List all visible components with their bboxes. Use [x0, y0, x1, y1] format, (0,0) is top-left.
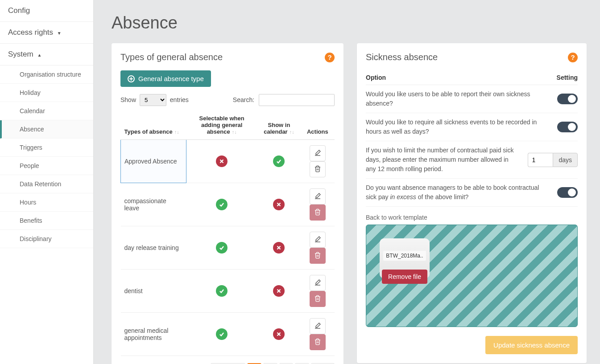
delete-button[interactable]	[310, 161, 326, 177]
sidebar-item-hours[interactable]: Hours	[0, 193, 93, 212]
edit-icon	[314, 322, 321, 331]
col-option-label: Option	[366, 74, 386, 81]
add-general-absence-button[interactable]: General absence type	[120, 70, 211, 87]
edit-icon	[314, 149, 321, 158]
trash-icon	[314, 338, 321, 347]
opt-excess-label: Do you want absence managers to be able …	[366, 183, 548, 202]
template-label: Back to work template	[366, 214, 578, 221]
panel-title-general: Types of general absence	[120, 52, 223, 62]
search-control: Search:	[233, 94, 335, 106]
help-icon[interactable]: ?	[568, 53, 578, 62]
page-size-select[interactable]: 5	[140, 94, 166, 106]
search-label: Search:	[233, 96, 254, 103]
caret-up-icon: ▲	[37, 53, 41, 57]
nav-access-rights[interactable]: Access rights ▼	[0, 22, 93, 44]
plus-circle-icon	[128, 75, 135, 82]
absence-type-name[interactable]: Approved Absence	[121, 140, 186, 183]
toggle-self-report[interactable]	[557, 94, 578, 104]
sidebar-item-benefits[interactable]: Benefits	[0, 212, 93, 230]
col-selectable[interactable]: Selectable when adding general absence↑↓	[186, 110, 257, 140]
sort-icon: ↑↓	[174, 130, 179, 134]
trash-icon	[314, 252, 321, 260]
file-name: BTW_2018Ma..	[383, 251, 426, 261]
add-button-label: General absence type	[138, 75, 204, 82]
check-icon	[216, 199, 228, 210]
upload-dropzone[interactable]: BTW_2018Ma.. Remove file	[366, 225, 578, 327]
edit-button[interactable]	[310, 188, 326, 204]
entries-label: entries	[170, 96, 189, 103]
entries-length-control: Show 5 entries	[120, 94, 189, 106]
absence-type-name[interactable]: general medical appointments	[121, 313, 186, 356]
col-actions: Actions	[301, 110, 335, 140]
absence-type-name[interactable]: dentist	[121, 270, 186, 313]
panel-title-sickness: Sickness absence	[366, 52, 438, 62]
trash-icon	[314, 295, 321, 303]
page-title: Absence	[112, 13, 587, 33]
caret-down-icon: ▼	[57, 31, 62, 36]
sick-days-limit-input[interactable]	[528, 153, 553, 167]
edit-icon	[314, 236, 321, 244]
delete-button	[310, 334, 326, 350]
nav-system[interactable]: System ▲	[0, 44, 93, 65]
days-addon: days	[553, 153, 578, 167]
nav-system-submenu: Organisation structureHolidayCalendarAbs…	[0, 65, 93, 248]
edit-icon	[314, 279, 321, 287]
nav-config-label: Config	[8, 6, 30, 15]
sidebar-item-people[interactable]: People	[0, 157, 93, 175]
cross-icon	[273, 285, 285, 297]
remove-file-button[interactable]: Remove file	[382, 270, 427, 284]
sidebar-item-disciplinary[interactable]: Disciplinary	[0, 230, 93, 248]
sidebar-item-absence[interactable]: Absence	[0, 120, 93, 139]
nav-access-rights-label: Access rights	[8, 28, 53, 37]
edit-button[interactable]	[310, 275, 326, 291]
nav-system-label: System	[8, 50, 33, 58]
cross-icon	[273, 199, 285, 210]
col-setting-label: Setting	[557, 74, 578, 81]
col-types[interactable]: Types of absence↑↓	[121, 110, 186, 140]
cross-icon	[273, 242, 285, 254]
delete-button	[310, 291, 326, 307]
check-icon	[273, 155, 285, 167]
edit-button[interactable]	[310, 318, 326, 334]
toggle-hours-days[interactable]	[557, 122, 578, 132]
opt-limit-label: If you wish to limit the number of contr…	[366, 146, 519, 174]
col-show[interactable]: Show in calendar↑↓	[257, 110, 300, 140]
toggle-excess[interactable]	[557, 187, 578, 198]
edit-icon	[314, 192, 321, 201]
check-icon	[216, 285, 228, 297]
sidebar: Config Access rights ▼ System ▲ Organisa…	[0, 0, 94, 364]
absence-type-name[interactable]: compassionate leave	[121, 183, 186, 226]
sidebar-item-organisation-structure[interactable]: Organisation structure	[0, 65, 93, 84]
panel-sickness-absence: Sickness absence ? Option Setting Would …	[357, 43, 587, 363]
opt-self-report-label: Would you like users to be able to repor…	[366, 90, 548, 108]
sidebar-item-triggers[interactable]: Triggers	[0, 139, 93, 157]
update-sickness-button[interactable]: Update sickness absence	[485, 336, 578, 354]
sidebar-item-calendar[interactable]: Calendar	[0, 102, 93, 120]
show-label: Show	[120, 96, 136, 103]
search-input[interactable]	[259, 94, 335, 106]
absence-types-table: Types of absence↑↓ Selectable when addin…	[120, 110, 335, 356]
check-icon	[216, 328, 228, 340]
table-row: Approved Absence	[121, 140, 335, 183]
edit-button[interactable]	[310, 232, 326, 248]
nav-config[interactable]: Config	[0, 0, 93, 22]
help-icon[interactable]: ?	[325, 53, 335, 62]
sidebar-item-data-retention[interactable]: Data Retention	[0, 175, 93, 193]
trash-icon	[314, 165, 321, 174]
panel-general-absence: Types of general absence ? General absen…	[112, 43, 343, 364]
absence-type-name[interactable]: day release training	[121, 226, 186, 270]
cross-icon	[273, 328, 285, 340]
table-row: general medical appointments	[121, 313, 335, 356]
sidebar-item-holiday[interactable]: Holiday	[0, 84, 93, 102]
table-row: dentist	[121, 270, 335, 313]
sort-icon: ↑↓	[290, 130, 294, 134]
sort-icon: ↑↓	[232, 130, 237, 134]
check-icon	[216, 242, 228, 254]
delete-button	[310, 248, 326, 264]
uploaded-file-tile: BTW_2018Ma.. Remove file	[380, 238, 430, 278]
cross-icon	[216, 155, 228, 167]
table-row: day release training	[121, 226, 335, 270]
trash-icon	[314, 209, 321, 217]
table-row: compassionate leave	[121, 183, 335, 226]
edit-button[interactable]	[310, 145, 326, 161]
